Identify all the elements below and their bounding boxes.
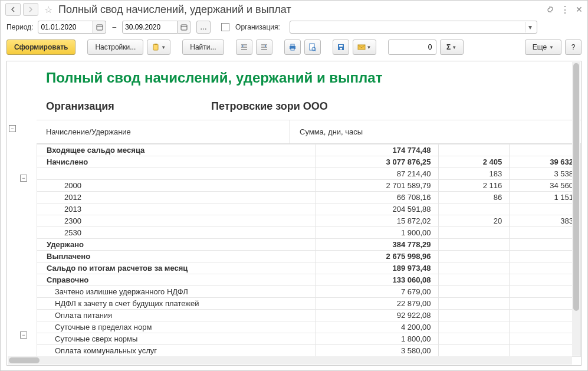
kebab-menu-icon[interactable]: ⋮ (560, 4, 570, 15)
report-title: Полный свод начислений, удержаний и выпл… (37, 61, 581, 88)
table-row[interactable]: НДФЛ к зачету в счет будущих платежей22 … (37, 298, 581, 310)
cell-value (438, 203, 510, 215)
cell-name: Начислено (37, 156, 316, 168)
cell-name: НДФЛ к зачету в счет будущих платежей (37, 298, 316, 310)
cell-value (438, 251, 510, 262)
cell-name: Суточные сверх нормы (37, 333, 316, 345)
table-row[interactable]: 87 214,401833 538 (37, 168, 581, 180)
cell-value: 87 214,40 (315, 168, 438, 180)
sigma-dropdown-button[interactable]: Σ ▼ (440, 40, 464, 55)
cell-value (510, 298, 581, 310)
cell-value (438, 239, 510, 251)
vertical-scrollbar[interactable] (572, 62, 580, 356)
cell-value: 204 591,88 (315, 203, 438, 215)
svg-rect-8 (291, 48, 294, 50)
period-picker-button[interactable]: … (196, 21, 211, 34)
svg-rect-5 (155, 44, 157, 45)
cell-value: 2 701 589,79 (315, 180, 438, 192)
number-input[interactable] (388, 40, 436, 55)
save-button[interactable] (333, 40, 349, 55)
table-row[interactable]: Начислено3 077 876,252 40539 632 (37, 156, 581, 168)
period-label: Период: (6, 23, 33, 31)
chevron-down-icon: ▾ (525, 22, 536, 32)
expand-rows-button[interactable] (236, 40, 252, 55)
cell-value: 86 (438, 192, 510, 203)
period-from-calendar-button[interactable] (93, 21, 106, 34)
period-to-calendar-button[interactable] (178, 21, 190, 34)
outline-toggle[interactable]: − (9, 125, 16, 132)
nav-back-button[interactable] (5, 3, 21, 16)
email-dropdown-button[interactable]: ▼ (353, 40, 376, 55)
table-row[interactable]: Выплачено2 675 998,96 (37, 251, 581, 262)
table-row[interactable]: Суточные сверх нормы1 800,00 (37, 333, 581, 345)
period-dash: – (112, 23, 116, 31)
organization-checkbox[interactable] (221, 23, 229, 31)
table-row[interactable]: Суточные в пределах норм4 200,00 (37, 321, 581, 333)
cell-name: Суточные в пределах норм (37, 321, 316, 333)
cell-value: 92 922,08 (315, 310, 438, 321)
report-org-value: Петровские зори ООО (211, 100, 328, 113)
link-icon[interactable] (546, 5, 554, 14)
find-button[interactable]: Найти... (182, 40, 224, 55)
period-to-input[interactable] (122, 21, 178, 34)
table-row[interactable]: Оплата питания92 922,08 (37, 310, 581, 321)
organization-select[interactable]: ▾ (290, 21, 537, 34)
cell-value: 133 060,08 (315, 274, 438, 286)
clipboard-dropdown-button[interactable]: ▼ (147, 40, 170, 55)
table-row[interactable]: 230015 872,0220383 (37, 215, 581, 227)
cell-value (438, 227, 510, 239)
preview-button[interactable] (304, 40, 321, 55)
table-row[interactable]: Справочно133 060,08 (37, 274, 581, 286)
generate-button[interactable]: Сформировать (6, 40, 75, 55)
preview-icon (308, 43, 317, 51)
cell-name: 2530 (37, 227, 316, 239)
cell-value: 20 (438, 215, 510, 227)
table-row[interactable]: 20002 701 589,792 11634 560 (37, 180, 581, 192)
cell-value: 4 200,00 (315, 321, 438, 333)
outline-toggle[interactable]: − (20, 175, 27, 182)
table-row[interactable]: Сальдо по итогам расчетов за месяц189 97… (37, 262, 581, 274)
table-row[interactable]: Оплата коммунальных услуг3 580,00 (37, 345, 581, 357)
cell-value: 7 679,00 (315, 286, 438, 298)
close-icon[interactable]: ✕ (576, 5, 583, 14)
table-row[interactable]: Зачтено излишне удержанного НДФЛ7 679,00 (37, 286, 581, 298)
horizontal-scrollbar[interactable] (8, 356, 572, 365)
cell-value: 22 879,00 (315, 298, 438, 310)
favorite-star-icon[interactable]: ☆ (44, 4, 52, 15)
collapse-rows-button[interactable] (256, 40, 272, 55)
period-from-input[interactable] (38, 21, 93, 34)
cell-value: 2 116 (438, 180, 510, 192)
print-button[interactable] (284, 40, 301, 55)
cell-value: 1 800,00 (315, 333, 438, 345)
cell-name (37, 168, 316, 180)
cell-value: 183 (438, 168, 510, 180)
table-row[interactable]: 25301 900,00 (37, 227, 581, 239)
cell-value: 3 077 876,25 (315, 156, 438, 168)
table-row[interactable]: Входящее сальдо месяца174 774,48 (37, 145, 581, 156)
cell-value: 1 151 (510, 192, 581, 203)
nav-forward-button[interactable] (23, 3, 38, 16)
cell-value: 1 900,00 (315, 227, 438, 239)
svg-rect-4 (153, 44, 158, 50)
more-button[interactable]: Еще ▼ (525, 40, 561, 55)
cell-name: Сальдо по итогам расчетов за месяц (37, 262, 316, 274)
svg-rect-0 (97, 25, 103, 30)
svg-rect-14 (340, 48, 342, 50)
cell-value: 2 675 998,96 (315, 251, 438, 262)
outline-gutter: − − − (7, 61, 37, 365)
cell-value (438, 321, 510, 333)
table-row[interactable]: 201266 708,16861 151 (37, 192, 581, 203)
table-row[interactable]: Удержано384 778,29 (37, 239, 581, 251)
cell-value (510, 251, 581, 262)
cell-value (510, 274, 581, 286)
cell-name: Входящее сальдо месяца (37, 145, 316, 156)
cell-value (438, 145, 510, 156)
report-area: Полный свод начислений, удержаний и выпл… (37, 61, 581, 365)
sigma-icon: Σ (446, 43, 451, 51)
help-button[interactable]: ? (565, 40, 582, 55)
settings-button[interactable]: Настройки... (87, 40, 143, 55)
cell-value (438, 345, 510, 357)
table-row[interactable]: 2013204 591,88 (37, 203, 581, 215)
report-table: Входящее сальдо месяца174 774,48Начислен… (37, 144, 581, 357)
outline-toggle[interactable]: − (20, 331, 27, 339)
